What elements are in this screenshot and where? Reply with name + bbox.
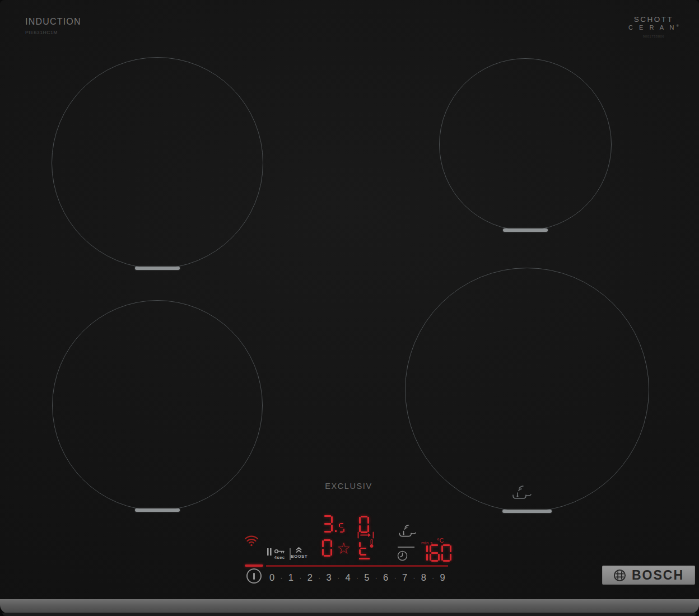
boost-label: BOOST: [291, 554, 307, 559]
power-level-4[interactable]: 4: [345, 572, 350, 583]
panel-indicator-line: [266, 565, 448, 567]
cooking-zone-front-right: [405, 268, 649, 512]
glass-serial: 9001733806: [628, 35, 679, 38]
fry-display-underline: [359, 558, 370, 559]
bosch-badge: BOSCH: [602, 566, 695, 585]
cooking-zone-rear-right: [439, 58, 612, 231]
zone-marker: [503, 228, 548, 232]
zone-marker: [135, 508, 180, 512]
boost-chevrons-icon: [295, 547, 302, 553]
selector-dot: ·: [337, 573, 339, 582]
star-icon[interactable]: ☆: [337, 541, 351, 557]
power-icon: [253, 573, 255, 580]
type-label: INDUCTION: [25, 17, 81, 27]
selector-dot: ·: [375, 573, 378, 582]
thermometer-icon: [369, 539, 374, 548]
trim-shadow: [2, 613, 697, 616]
active-zone-indicator-line: [245, 564, 263, 567]
key-icon: [274, 548, 285, 554]
cooking-zone-front-left: [52, 300, 263, 511]
bosch-wordmark: BOSCH: [632, 568, 684, 583]
schott-ceran-logo: SCHOTT C E R A N® 9001733806: [628, 15, 679, 38]
ceran-line: C E R A N®: [628, 24, 679, 31]
display-fry-level: [359, 541, 367, 556]
selector-dot: ·: [280, 573, 282, 582]
edition-label: EXCLUSIV: [314, 482, 384, 491]
brand-block: INDUCTION PIE631HC1M: [25, 17, 81, 35]
cooking-zone-rear-left: [52, 57, 263, 269]
display-rear-right-power: [359, 516, 369, 533]
display-rear-left-power: [323, 515, 344, 533]
power-level-9[interactable]: 9: [440, 572, 445, 583]
move-pan-arrow-icon: [357, 531, 374, 539]
lock-hint-label: 4sec: [274, 555, 285, 560]
power-level-3[interactable]: 3: [327, 572, 332, 583]
induction-hob: INDUCTION PIE631HC1M SCHOTT C E R A N® 9…: [0, 0, 699, 616]
timer-clock-icon[interactable]: [397, 550, 408, 561]
sensor-section-line: [398, 547, 414, 548]
power-level-1[interactable]: 1: [288, 572, 293, 583]
temperature-unit-label: °C: [437, 537, 444, 544]
display-front-left-power: [322, 539, 332, 557]
power-button[interactable]: [246, 568, 262, 584]
power-level-5[interactable]: 5: [364, 572, 369, 583]
power-level-2[interactable]: 2: [307, 572, 313, 583]
glass-surface: INDUCTION PIE631HC1M SCHOTT C E R A N® 9…: [0, 0, 699, 599]
power-level-0[interactable]: 0: [269, 572, 274, 583]
selector-dot: ·: [413, 573, 415, 582]
selector-dot: ·: [318, 573, 320, 582]
zone-marker: [135, 267, 180, 270]
pause-icon: [267, 548, 272, 556]
bosch-armature-icon: [613, 569, 626, 582]
selector-dot: ·: [432, 573, 434, 582]
model-number: PIE631HC1M: [25, 30, 81, 35]
frying-sensor-pan-icon: [397, 523, 417, 540]
wifi-icon[interactable]: [244, 534, 259, 547]
power-level-6[interactable]: 6: [383, 572, 388, 583]
power-level-7[interactable]: 7: [402, 572, 407, 583]
power-level-8[interactable]: 8: [421, 572, 426, 583]
selector-dot: ·: [394, 573, 396, 582]
child-lock-key[interactable]: 4sec: [267, 548, 285, 560]
selector-dot: ·: [356, 573, 358, 582]
boost-key[interactable]: BOOST: [291, 547, 307, 559]
frying-sensor-pan-icon: [510, 484, 532, 503]
registered-mark: ®: [677, 24, 679, 27]
power-level-selector[interactable]: 0·1·2·3·4·5·6·7·8·9: [269, 570, 445, 585]
schott-line: SCHOTT: [628, 15, 679, 24]
selector-dot: ·: [299, 573, 301, 582]
zone-marker: [502, 510, 552, 513]
front-trim-strip: [0, 599, 699, 614]
display-timer: [418, 544, 451, 562]
